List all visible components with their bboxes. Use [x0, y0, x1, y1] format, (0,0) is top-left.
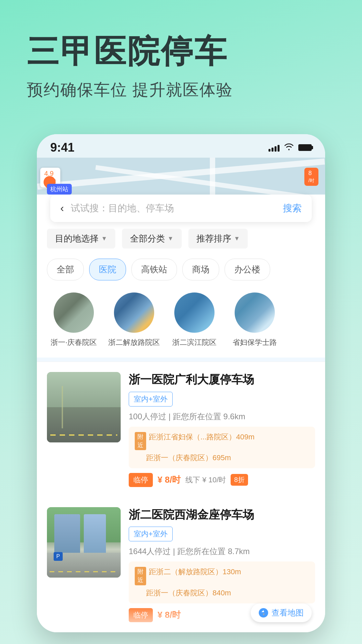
chip-rail[interactable]: 高铁站: [131, 259, 177, 280]
status-bar: 9:41: [37, 134, 325, 158]
signal-bar-3: [275, 146, 277, 152]
hospital-item-0[interactable]: 浙一·庆春院区: [47, 292, 101, 348]
map-price-badge-right: 8/时: [304, 168, 318, 186]
price-offline-0: 线下 ¥ 10/时: [185, 475, 226, 485]
map-background: 4.9元/时 杭州站 8/时: [37, 158, 325, 198]
nearby-row-0-0: 附近 距浙江省妇保（...路院区）409m: [135, 432, 309, 450]
search-button[interactable]: 搜索: [283, 202, 302, 215]
discount-badge-0: 8折: [231, 474, 248, 486]
chip-office[interactable]: 办公楼: [225, 259, 270, 280]
signal-bar-1: [268, 149, 270, 152]
sort-filter[interactable]: 推荐排序 ▼: [188, 229, 248, 249]
filter-row: 目的地选择 ▼ 全部分类 ▼ 推荐排序 ▼: [47, 229, 315, 249]
nearby-text-1-1: 距浙一（庆春院区）840m: [146, 588, 231, 598]
battery-icon: [298, 144, 312, 151]
header-section: 三甲医院停车 预约确保车位 提升就医体验: [0, 0, 362, 121]
hospital-row: 浙一·庆春院区 浙二解放路院区 浙二滨江院区 省妇保学士路: [47, 286, 315, 351]
back-button[interactable]: ‹: [60, 202, 64, 214]
hospital-name-0: 浙一·庆春院区: [51, 337, 97, 348]
status-icons: [268, 142, 312, 153]
parking-image-0: [47, 372, 121, 442]
nearby-badge-0-0: 附近: [135, 432, 146, 450]
hospital-name-1: 浙二解放路院区: [108, 337, 160, 348]
parking-tag-1: 室内+室外: [129, 527, 173, 541]
type-badge-0: 临停: [129, 473, 153, 487]
hospital-name-2: 浙二滨江院区: [172, 337, 217, 348]
map-road-3: [210, 158, 215, 198]
price-row-0: 临停 ¥ 8/时 线下 ¥ 10/时 8折: [129, 473, 315, 487]
parking-stats-1: 1644人停过 | 距您所在位置 8.7km: [129, 546, 315, 557]
nearby-text-0-1: 距浙一（庆春院区）695m: [146, 453, 231, 463]
search-placeholder[interactable]: 试试搜：目的地、停车场: [71, 202, 283, 215]
hospital-circle-0: [54, 292, 94, 333]
hospital-circle-2: [174, 292, 215, 333]
compass-icon: [259, 608, 268, 618]
hospital-circle-3: [235, 292, 275, 333]
nearby-info-0: 附近 距浙江省妇保（...路院区）409m 距浙一（庆春院区）695m: [129, 427, 315, 468]
dropdown-arrow-category: ▼: [168, 235, 174, 242]
hospital-circle-1: [114, 292, 154, 333]
parking-info-0: 浙一医院广利大厦停车场 室内+室外 100人停过 | 距您所在位置 9.6km …: [129, 372, 315, 487]
distance-0: 距您所在位置 9.6km: [173, 412, 245, 421]
map-bg: 4.9元/时 杭州站 8/时: [37, 158, 325, 198]
parking-tag-0: 室内+室外: [129, 392, 173, 407]
hospital-item-2[interactable]: 浙二滨江院区: [168, 292, 221, 348]
hospital-item-1[interactable]: 浙二解放路院区: [107, 292, 161, 348]
filter-section: 目的地选择 ▼ 全部分类 ▼ 推荐排序 ▼ 全部 医院 高铁站 商场 办公楼: [37, 222, 325, 358]
map-station-label: 杭州站: [47, 184, 72, 195]
status-time: 9:41: [50, 141, 74, 155]
sub-title: 预约确保车位 提升就医体验: [27, 79, 335, 101]
nearby-info-1: 附近 距浙二（解放路院区）130m 距浙一（庆春院区）840m: [129, 561, 315, 603]
search-bar-container: ‹ 试试搜：目的地、停车场 搜索: [37, 195, 325, 222]
users-count-1: 1644人停过: [129, 547, 171, 556]
category-row: 全部 医院 高铁站 商场 办公楼: [47, 255, 315, 286]
users-count-0: 100人停过: [129, 412, 166, 421]
chip-all[interactable]: 全部: [47, 259, 84, 280]
dropdown-arrow-destination: ▼: [101, 235, 107, 242]
signal-icon: [268, 144, 280, 152]
destination-filter[interactable]: 目的地选择 ▼: [47, 229, 115, 249]
parking-card-0[interactable]: 浙一医院广利大厦停车场 室内+室外 100人停过 | 距您所在位置 9.6km …: [37, 362, 325, 497]
phone-frame: 9:41 4.9元/时: [37, 134, 325, 632]
category-filter[interactable]: 全部分类 ▼: [122, 229, 182, 249]
view-map-label: 查看地图: [272, 607, 304, 618]
parking-stats-0: 100人停过 | 距您所在位置 9.6km: [129, 411, 315, 422]
parking-name-1: 浙二医院西湖金座停车场: [129, 507, 315, 522]
price-main-0: ¥ 8/时: [158, 474, 181, 486]
nearby-row-1-0: 附近 距浙二（解放路院区）130m: [135, 567, 309, 585]
chip-hospital[interactable]: 医院: [89, 259, 126, 280]
distance-1: 距您所在位置 8.7km: [177, 547, 250, 556]
signal-bar-2: [272, 148, 274, 152]
wifi-icon: [284, 142, 294, 153]
parking-name-0: 浙一医院广利大厦停车场: [129, 372, 315, 387]
search-bar[interactable]: ‹ 试试搜：目的地、停车场 搜索: [50, 195, 312, 222]
main-title: 三甲医院停车: [27, 34, 335, 69]
nearby-badge-1-0: 附近: [135, 567, 146, 585]
nearby-row-0-1: 距浙一（庆春院区）695m: [135, 453, 309, 463]
distance-separator-1: |: [173, 547, 177, 556]
parking-image-1: P: [47, 507, 121, 578]
distance-separator-0: |: [169, 412, 173, 421]
nearby-text-0-0: 距浙江省妇保（...路院区）409m: [149, 432, 254, 442]
map-road-1: [37, 158, 325, 190]
chip-mall[interactable]: 商场: [182, 259, 219, 280]
view-map-button[interactable]: 查看地图: [251, 603, 312, 622]
signal-bar-4: [278, 145, 280, 152]
parking-card-1[interactable]: P 浙二医院西湖金座停车场 室内+室外 1644人停过 | 距您所在位置 8.7…: [37, 497, 325, 632]
nearby-text-1-0: 距浙二（解放路院区）130m: [149, 567, 241, 577]
hospital-name-3: 省妇保学士路: [233, 337, 277, 348]
nearby-row-1-1: 距浙一（庆春院区）840m: [135, 588, 309, 598]
dropdown-arrow-sort: ▼: [234, 235, 240, 242]
hospital-item-3[interactable]: 省妇保学士路: [228, 292, 282, 348]
